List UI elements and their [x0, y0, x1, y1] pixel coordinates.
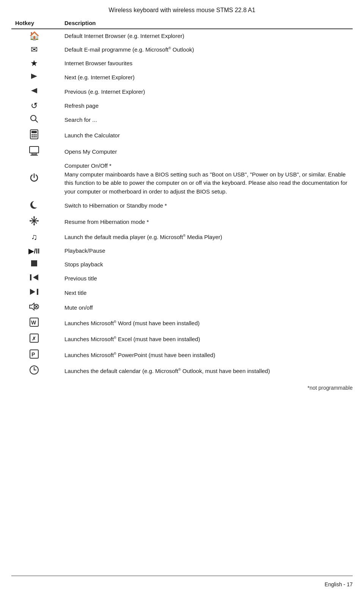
stop-icon — [11, 258, 57, 271]
hotkey-column-header: Hotkey — [11, 17, 57, 29]
svg-marker-28 — [30, 303, 34, 310]
description-cell: Next title — [57, 286, 353, 300]
table-row: ♫Launch the default media player (e.g. M… — [11, 230, 353, 244]
svg-rect-11 — [35, 136, 37, 137]
description-cell: Computer On/Off *Many computer mainboard… — [57, 160, 353, 198]
description-cell: Mute on/off — [57, 300, 353, 315]
svg-rect-23 — [31, 260, 37, 266]
description-cell: Refresh page — [57, 99, 353, 113]
table-row: Next title — [11, 286, 353, 300]
svg-rect-7 — [33, 134, 35, 135]
description-column-header: Description — [57, 17, 353, 29]
table-row: ★Internet Browser favourites — [11, 57, 353, 70]
table-row: Switch to Hibernation or Standby mode * — [11, 198, 353, 214]
description-cell: Launches the default calendar (e.g. Micr… — [57, 363, 353, 379]
table-row: Previous (e.g. Internet Explorer) — [11, 85, 353, 99]
description-cell: Opens My Computer — [57, 144, 353, 160]
prev-title-icon — [11, 271, 57, 286]
svg-rect-10 — [33, 136, 35, 137]
description-cell: Playback/Pause — [57, 244, 353, 258]
star-icon: ★ — [11, 57, 57, 70]
description-cell: Resume from Hibernation mode * — [57, 214, 353, 230]
table-row: Stops playback — [11, 258, 353, 271]
computer-icon — [11, 144, 57, 160]
svg-text:P: P — [31, 351, 35, 357]
footnote-text: *not programmable — [308, 385, 353, 391]
calculator-icon — [11, 127, 57, 144]
table-row: Search for ... — [11, 113, 353, 127]
svg-rect-8 — [35, 134, 37, 135]
description-cell: Search for ... — [57, 113, 353, 127]
table-row: ↺Refresh page — [11, 99, 353, 113]
table-row: Opens My Computer — [11, 144, 353, 160]
table-row: 🏠Default Internet Browser (e.g. Internet… — [11, 29, 353, 43]
table-row: Mute on/off — [11, 300, 353, 315]
table-row: Launch the Calculator — [11, 127, 353, 144]
svg-rect-12 — [30, 146, 39, 153]
svg-rect-9 — [31, 136, 33, 137]
svg-rect-25 — [30, 274, 31, 280]
description-cell: Launches Microsoft® Excel (must have bee… — [57, 331, 353, 347]
power-icon — [11, 160, 57, 198]
table-row: Next (e.g. Internet Explorer) — [11, 70, 353, 85]
svg-point-19 — [33, 216, 35, 218]
svg-marker-1 — [31, 88, 37, 93]
mute-icon — [11, 300, 57, 315]
refresh-icon: ↺ — [11, 99, 57, 113]
description-cell: Launches Microsoft® Word (must have been… — [57, 315, 353, 331]
svg-point-22 — [30, 220, 31, 222]
email-icon: ✉ — [11, 43, 57, 57]
description-cell: Launch the default media player (e.g. Mi… — [57, 230, 353, 244]
description-cell: Stops playback — [57, 258, 353, 271]
footnote-row: *not programmable — [11, 379, 353, 393]
search-icon — [11, 113, 57, 127]
description-cell: Previous (e.g. Internet Explorer) — [57, 85, 353, 99]
svg-point-21 — [33, 224, 35, 225]
svg-text:W: W — [31, 320, 36, 326]
description-cell: Launches Microsoft® PowerPoint (must hav… — [57, 347, 353, 363]
table-row: Launches the default calendar (e.g. Micr… — [11, 363, 353, 379]
home-icon: 🏠 — [11, 29, 57, 43]
svg-rect-5 — [31, 131, 37, 133]
description-cell: Previous title — [57, 271, 353, 286]
table-row: Resume from Hibernation mode * — [11, 214, 353, 230]
table-row: WLaunches Microsoft® Word (must have bee… — [11, 315, 353, 331]
table-row: ▶/IIPlayback/Pause — [11, 244, 353, 258]
table-row: ✗Launches Microsoft® Excel (must have be… — [11, 331, 353, 347]
svg-rect-6 — [31, 134, 33, 135]
next-title-icon — [11, 286, 57, 300]
media-player-icon: ♫ — [11, 230, 57, 244]
description-cell: Default Internet Browser (e.g. Internet … — [57, 29, 353, 43]
svg-point-20 — [37, 220, 39, 222]
hibernate-icon — [11, 198, 57, 214]
description-cell: Default E-mail programme (e.g. Microsoft… — [57, 43, 353, 57]
powerpoint-icon: P — [11, 347, 57, 363]
svg-line-3 — [36, 120, 38, 123]
footer-divider — [11, 576, 353, 576]
table-row: Previous title — [11, 271, 353, 286]
page-title: Wireless keyboard with wireless mouse ST… — [0, 0, 364, 17]
page-footer: English - 17 — [325, 581, 353, 587]
description-cell: Switch to Hibernation or Standby mode * — [57, 198, 353, 214]
resume-icon — [11, 214, 57, 230]
svg-marker-24 — [33, 274, 38, 280]
word-icon: W — [11, 315, 57, 331]
svg-marker-0 — [31, 74, 37, 79]
calendar-icon — [11, 363, 57, 379]
svg-text:✗: ✗ — [32, 336, 36, 342]
play-pause-icon: ▶/II — [11, 244, 57, 258]
next-icon — [11, 70, 57, 85]
svg-rect-13 — [32, 153, 36, 154]
table-row: PLaunches Microsoft® PowerPoint (must ha… — [11, 347, 353, 363]
svg-rect-27 — [37, 289, 38, 295]
table-row: Computer On/Off *Many computer mainboard… — [11, 160, 353, 198]
table-row: ✉Default E-mail programme (e.g. Microsof… — [11, 43, 353, 57]
back-icon — [11, 85, 57, 99]
description-cell: Internet Browser favourites — [57, 57, 353, 70]
description-cell: Launch the Calculator — [57, 127, 353, 144]
svg-marker-26 — [30, 289, 35, 295]
excel-icon: ✗ — [11, 331, 57, 347]
description-cell: Next (e.g. Internet Explorer) — [57, 70, 353, 85]
